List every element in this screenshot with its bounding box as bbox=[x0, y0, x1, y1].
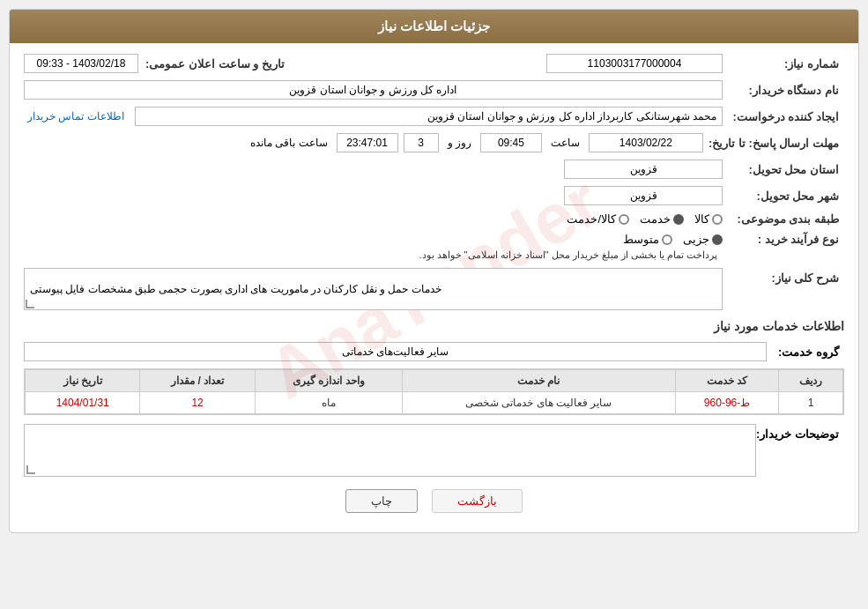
subject-type-group: کالا خدمت کالا/خدمت bbox=[567, 212, 723, 226]
page-header: جزئیات اطلاعات نیاز bbox=[10, 10, 858, 43]
buyer-desc-box bbox=[24, 424, 756, 477]
page-title: جزئیات اطلاعات نیاز bbox=[378, 19, 490, 33]
purchase-type-jozi-radio[interactable] bbox=[712, 234, 723, 245]
subject-type-kala-radio[interactable] bbox=[712, 214, 723, 225]
service-group-label: گروه خدمت: bbox=[774, 345, 844, 359]
purchase-type-mottavset-label: متوسط bbox=[623, 233, 659, 246]
resize-handle[interactable] bbox=[26, 300, 34, 308]
table-row: 1ط-96-960سایر فعالیت های خدماتی شخصیماه1… bbox=[26, 392, 843, 414]
subject-type-khedmat-item: خدمت bbox=[640, 212, 684, 226]
col-qty: تعداد / مقدار bbox=[140, 370, 255, 392]
col-unit: واحد اندازه گیری bbox=[255, 370, 402, 392]
buyer-desc-section: توضیحات خریدار: bbox=[24, 424, 844, 477]
purchase-type-mottavset-item: متوسط bbox=[623, 233, 672, 246]
buyer-org-label: نام دستگاه خریدار: bbox=[730, 84, 844, 97]
purchase-type-jozi-label: جزیی bbox=[683, 233, 709, 246]
col-date: تاریخ نیاز bbox=[26, 370, 140, 392]
delivery-province-value: قزوین bbox=[564, 160, 723, 179]
purchase-type-mottavset-radio[interactable] bbox=[662, 234, 672, 245]
table-cell: 1404/01/31 bbox=[26, 392, 140, 414]
buyer-desc-resize[interactable] bbox=[26, 465, 35, 474]
need-desc-label: شرح کلی نیاز: bbox=[730, 268, 844, 285]
services-table: ردیف کد خدمت نام خدمت واحد اندازه گیری ت… bbox=[24, 368, 844, 415]
table-cell: ماه bbox=[255, 392, 402, 414]
subject-type-kala-label: کالا bbox=[694, 212, 709, 226]
buyer-org-value: اداره کل ورزش و جوانان استان قزوین bbox=[24, 80, 723, 100]
deadline-days: 3 bbox=[404, 133, 439, 152]
print-button[interactable]: چاپ bbox=[345, 489, 418, 513]
creator-label: ایجاد کننده درخواست: bbox=[730, 110, 844, 123]
deadline-remaining-label: ساعت باقی مانده bbox=[247, 137, 331, 149]
delivery-city-label: شهر محل تحویل: bbox=[730, 189, 844, 203]
purchase-type-note: پرداخت تمام یا بخشی از مبلغ خریدار محل "… bbox=[419, 249, 723, 261]
subject-type-khedmat-label: خدمت bbox=[640, 212, 671, 226]
subject-type-kala-khedmat-item: کالا/خدمت bbox=[567, 212, 629, 226]
col-name: نام خدمت bbox=[402, 370, 675, 392]
back-button[interactable]: بازگشت bbox=[432, 489, 523, 513]
table-cell: سایر فعالیت های خدماتی شخصی bbox=[402, 392, 675, 414]
subject-type-khedmat-radio[interactable] bbox=[673, 214, 684, 225]
buttons-row: بازگشت چاپ bbox=[24, 489, 844, 513]
services-section-title: اطلاعات خدمات مورد نیاز bbox=[24, 319, 844, 337]
contact-link[interactable]: اطلاعات تماس خریدار bbox=[24, 110, 128, 123]
subject-type-kala-item: کالا bbox=[694, 212, 723, 226]
deadline-days-label: روز و bbox=[444, 137, 475, 149]
delivery-city-value: قزوین bbox=[564, 186, 723, 205]
table-cell: 1 bbox=[779, 392, 843, 414]
deadline-time: 09:45 bbox=[480, 133, 542, 152]
need-number-value: 1103003177000004 bbox=[546, 54, 723, 73]
deadline-time-label: ساعت bbox=[547, 137, 583, 149]
subject-type-kala-khedmat-label: کالا/خدمت bbox=[567, 212, 616, 226]
deadline-remaining: 23:47:01 bbox=[337, 133, 398, 152]
creator-value: محمد شهرستانکی کاربرداز اداره کل ورزش و … bbox=[135, 107, 723, 126]
subject-type-label: طبقه بندی موضوعی: bbox=[730, 212, 844, 226]
announce-datetime-value: 1403/02/18 - 09:33 bbox=[24, 54, 138, 73]
col-row: ردیف bbox=[779, 370, 843, 392]
purchase-type-jozi-item: جزیی bbox=[683, 233, 723, 246]
deadline-date: 1403/02/22 bbox=[589, 133, 703, 152]
table-cell: 12 bbox=[140, 392, 255, 414]
service-group-value: سایر فعالیت‌های خدماتی bbox=[24, 342, 767, 361]
buyer-desc-label: توضیحات خریدار: bbox=[756, 424, 844, 441]
announce-datetime-label: تاریخ و ساعت اعلان عمومی: bbox=[145, 57, 290, 71]
deadline-label: مهلت ارسال پاسخ: تا تاریخ: bbox=[708, 137, 844, 150]
delivery-province-label: استان محل تحویل: bbox=[730, 163, 844, 176]
table-cell: ط-96-960 bbox=[675, 392, 778, 414]
need-number-label: شماره نیاز: bbox=[730, 57, 844, 71]
purchase-type-group: جزیی متوسط bbox=[419, 233, 723, 246]
subject-type-kala-khedmat-radio[interactable] bbox=[619, 214, 629, 225]
purchase-type-label: نوع فرآیند خرید : bbox=[730, 233, 844, 246]
col-code: کد خدمت bbox=[675, 370, 778, 392]
need-desc-value: خدمات حمل و نقل کارکنان در ماموریت های ا… bbox=[24, 268, 723, 310]
